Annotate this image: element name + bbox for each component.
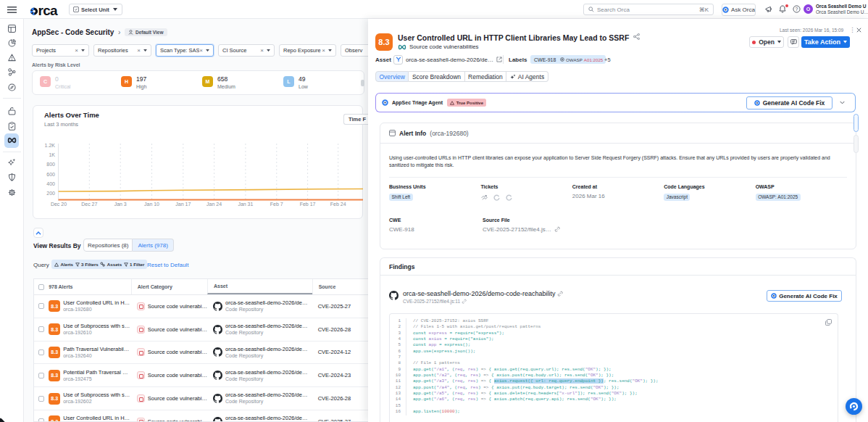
svg-text:?: ? (796, 7, 798, 12)
svg-text:Jan 31: Jan 31 (238, 202, 253, 207)
svg-text:Feb 7: Feb 7 (270, 202, 283, 207)
svg-text:400: 400 (46, 181, 55, 186)
svg-text:Jan 24: Jan 24 (206, 202, 222, 207)
svg-text:Dec 27: Dec 27 (81, 202, 97, 207)
svg-text:200: 200 (46, 191, 55, 196)
svg-text:Feb 17: Feb 17 (300, 202, 316, 207)
svg-text:600: 600 (46, 172, 55, 177)
svg-text:Jan 3: Jan 3 (114, 202, 127, 207)
svg-text:Jan 17: Jan 17 (175, 202, 191, 207)
svg-text:800: 800 (46, 162, 55, 167)
svg-text:Dec 20: Dec 20 (51, 202, 67, 207)
svg-text:rca: rca (38, 3, 58, 15)
svg-text:1K: 1K (49, 152, 55, 157)
svg-text:1.2K: 1.2K (45, 143, 56, 148)
svg-text:Feb 24: Feb 24 (330, 202, 346, 207)
svg-text:Jan 10: Jan 10 (144, 202, 159, 207)
